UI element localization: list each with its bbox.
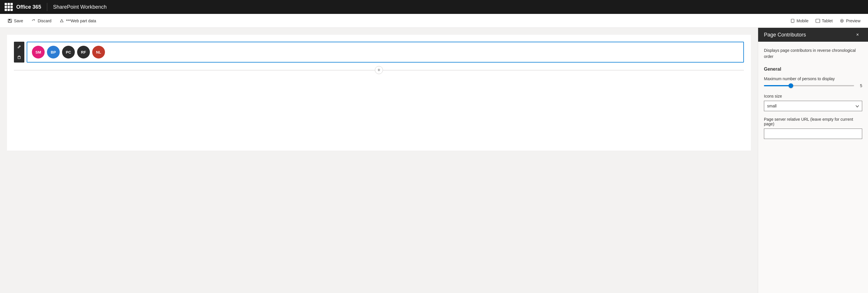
webpart-container: SM BP PC RF NL [14,42,744,63]
svg-line-11 [20,46,20,47]
mobile-button[interactable]: Mobile [787,17,811,24]
toolbar-right: Mobile Tablet Preview [787,17,863,24]
max-persons-slider[interactable] [764,85,854,86]
add-line-left [14,70,375,70]
avatar-rf: RF [77,46,90,59]
general-section-title: General [764,67,862,72]
webpart-controls [14,42,24,63]
mobile-icon [790,19,795,23]
triangle-icon [59,19,64,23]
preview-icon [840,19,844,23]
office365-label: Office 365 [16,4,41,10]
avatar-bp: BP [47,46,60,59]
workbench-label: SharePoint Workbench [53,4,107,10]
add-line-right [383,70,744,70]
canvas-inner: SM BP PC RF NL + [7,35,751,151]
max-persons-value: 5 [858,83,862,88]
icons-size-dropdown[interactable]: small [764,101,862,111]
top-nav: Office 365 SharePoint Workbench [0,0,868,14]
discard-icon [31,19,36,23]
webpart-content: SM BP PC RF NL [27,42,744,63]
webpart-data-button[interactable]: ***Web part data [57,17,99,24]
max-persons-field: Maximum number of persons to display 5 [764,76,862,88]
avatar-nl: NL [92,46,105,59]
preview-button[interactable]: Preview [837,17,863,24]
avatar-pc: PC [62,46,75,59]
svg-marker-3 [60,20,63,22]
toolbar: Save Discard ***Web part data M [0,14,868,28]
avatar-sm: SM [32,46,44,59]
save-button[interactable]: Save [5,17,26,24]
panel-close-button[interactable]: × [853,30,862,39]
panel-body: Displays page contributors in reverse ch… [758,42,868,293]
panel-header: Page Contributors × [758,28,868,42]
tablet-icon [815,19,820,23]
icons-size-value: small [767,104,777,108]
dropdown-chevron-icon [856,104,859,108]
panel-description: Displays page contributors in reverse ch… [764,47,862,60]
svg-point-9 [841,20,842,22]
svg-point-7 [819,21,820,21]
slider-thumb [788,83,793,88]
icons-size-label: Icons size [764,94,862,99]
svg-rect-1 [9,19,10,20]
delete-webpart-button[interactable] [14,52,24,63]
svg-point-5 [792,22,793,22]
slider-container: 5 [764,83,862,88]
icons-size-field: Icons size small [764,94,862,111]
page-url-field: Page server relative URL (leave empty fo… [764,117,862,139]
panel-title: Page Contributors [764,32,806,38]
tablet-button[interactable]: Tablet [813,17,836,24]
app-launcher-icon[interactable] [5,3,13,11]
page-url-input[interactable] [764,129,862,139]
svg-rect-2 [9,21,11,22]
main-layout: SM BP PC RF NL + Page Contributors × Dis… [0,28,868,293]
edit-webpart-button[interactable] [14,42,24,52]
max-persons-label: Maximum number of persons to display [764,76,862,81]
add-row: + [14,66,744,74]
canvas-area: SM BP PC RF NL + [0,28,758,293]
add-webpart-button[interactable]: + [375,66,383,74]
page-url-label: Page server relative URL (leave empty fo… [764,117,862,126]
svg-rect-12 [18,57,20,59]
nav-divider [47,3,47,11]
discard-button[interactable]: Discard [28,17,54,24]
right-panel: Page Contributors × Displays page contri… [758,28,868,293]
slider-fill [764,85,791,86]
save-icon [7,19,12,23]
